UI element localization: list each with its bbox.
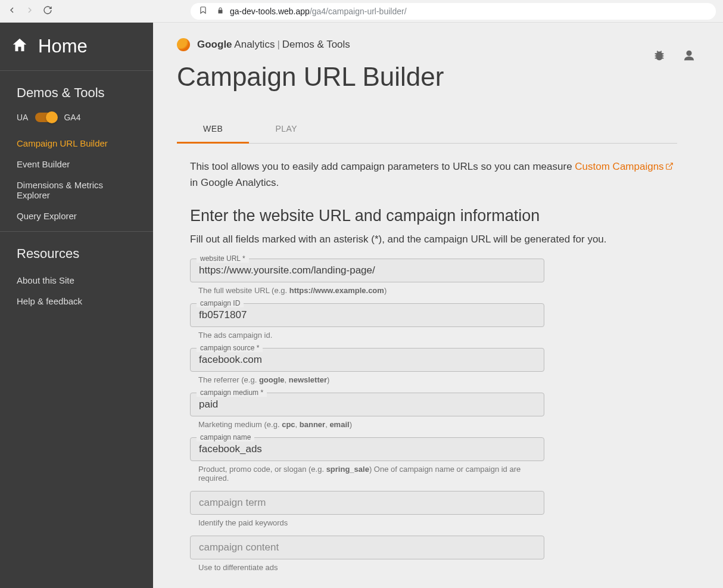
- address-bar[interactable]: ga-dev-tools.web.app/ga4/campaign-url-bu…: [191, 3, 716, 20]
- back-icon[interactable]: [7, 5, 17, 17]
- bookmark-icon[interactable]: [199, 6, 207, 16]
- toggle-label-ga4: GA4: [64, 113, 80, 122]
- sidebar-section-demos: Demos & Tools: [0, 85, 153, 109]
- sidebar-home[interactable]: Home: [0, 23, 153, 71]
- campaign-content-helper: Use to differentiate ads: [198, 563, 544, 572]
- svg-point-0: [687, 51, 691, 55]
- sidebar-item-about[interactable]: About this Site: [0, 270, 153, 291]
- lock-icon: [217, 7, 224, 16]
- campaign-id-label: campaign ID: [197, 299, 244, 307]
- external-link-icon: [665, 160, 674, 175]
- intro-text: This tool allows you to easily add campa…: [190, 159, 677, 190]
- sidebar-item-query-explorer[interactable]: Query Explorer: [0, 206, 153, 226]
- section-subtext: Fill out all fields marked with an aster…: [190, 234, 677, 245]
- url-text: ga-dev-tools.web.app/ga4/campaign-url-bu…: [230, 7, 407, 16]
- tab-web[interactable]: WEB: [177, 116, 249, 144]
- page-title: Campaign URL Builder: [177, 62, 677, 92]
- campaign-source-helper: The referrer (e.g. google, newsletter): [198, 375, 544, 384]
- brand-header: Google Analytics|Demos & Tools: [177, 38, 677, 51]
- ga-logo-icon: [177, 38, 190, 51]
- sidebar-item-campaign-url-builder[interactable]: Campaign URL Builder: [0, 133, 153, 154]
- home-label: Home: [38, 36, 88, 57]
- ua-ga4-toggle[interactable]: [35, 113, 57, 122]
- bug-icon[interactable]: [653, 49, 666, 64]
- campaign-id-helper: The ads campaign id.: [198, 331, 544, 340]
- campaign-medium-helper: Marketing medium (e.g. cpc, banner, emai…: [198, 420, 544, 429]
- sidebar: Home Demos & Tools UA GA4 Campaign URL B…: [0, 23, 153, 588]
- sidebar-item-event-builder[interactable]: Event Builder: [0, 154, 153, 175]
- sidebar-item-dimensions-metrics[interactable]: Dimensions & Metrics Explorer: [0, 175, 153, 206]
- tabs: WEB PLAY: [177, 116, 677, 144]
- campaign-name-helper: Product, promo code, or slogan (e.g. spr…: [198, 465, 544, 483]
- user-icon[interactable]: [683, 49, 696, 64]
- custom-campaigns-link[interactable]: Custom Campaigns: [575, 161, 673, 172]
- campaign-name-label: campaign name: [197, 433, 254, 441]
- browser-toolbar: ga-dev-tools.web.app/ga4/campaign-url-bu…: [0, 0, 723, 23]
- svg-line-1: [668, 163, 672, 167]
- campaign-term-helper: Identify the paid keywords: [198, 518, 544, 527]
- main-content: Google Analytics|Demos & Tools Campaign …: [153, 23, 723, 588]
- website-url-label: website URL *: [197, 254, 249, 263]
- forward-icon[interactable]: [25, 5, 35, 17]
- section-heading: Enter the website URL and campaign infor…: [190, 207, 677, 225]
- campaign-medium-label: campaign medium *: [197, 388, 267, 397]
- sidebar-section-resources: Resources: [0, 246, 153, 270]
- home-icon: [11, 36, 29, 57]
- website-url-helper: The full website URL (e.g. https://www.e…: [198, 286, 544, 295]
- sidebar-item-help[interactable]: Help & feedback: [0, 291, 153, 312]
- toggle-label-ua: UA: [17, 113, 28, 122]
- campaign-source-label: campaign source *: [197, 344, 263, 352]
- brand-text: Google Analytics|Demos & Tools: [197, 39, 350, 51]
- campaign-term-input[interactable]: [191, 491, 544, 514]
- campaign-content-input[interactable]: [191, 536, 544, 559]
- tab-play[interactable]: PLAY: [249, 116, 323, 143]
- reload-icon[interactable]: [43, 5, 52, 17]
